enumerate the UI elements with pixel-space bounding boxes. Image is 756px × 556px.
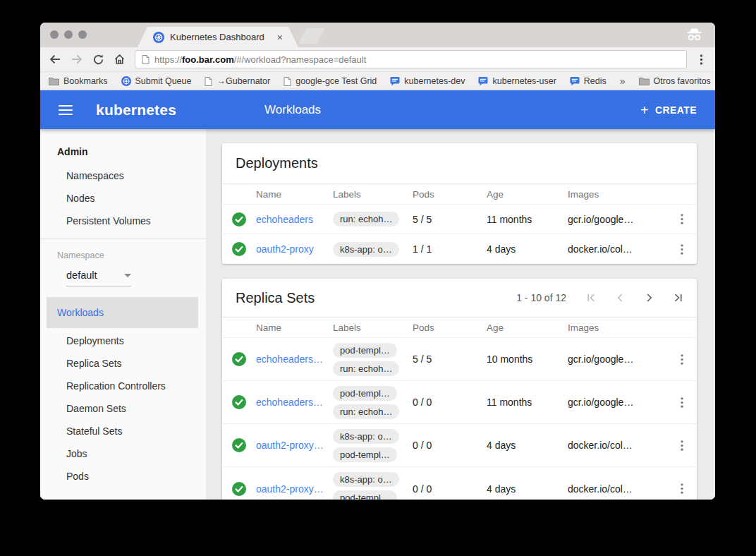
page-icon [205,77,212,86]
kebab-menu-icon [677,440,687,452]
pods-cell: 0 / 0 [413,397,487,408]
browser-toolbar: https://foo.bar.com/#/workload?namespace… [40,47,715,71]
back-button[interactable] [49,54,61,65]
label-chip: run: echoh… [333,404,399,419]
forward-button[interactable] [71,54,83,65]
pagination: 1 - 10 of 12 [516,292,683,303]
row-menu-button[interactable] [667,440,697,452]
row-menu-button[interactable] [667,397,697,409]
resource-link[interactable]: echoheaders… [256,397,333,408]
col-pods: Pods [413,189,487,200]
page-icon [142,55,150,64]
kubernetes-icon [121,76,131,86]
sidebar-item-replica-sets[interactable]: Replica Sets [40,352,206,375]
app-body: Admin Namespaces Nodes Persistent Volume… [40,129,715,500]
home-icon [114,54,126,65]
images-cell: gcr.io/google… [568,214,667,225]
label-chip: pod-templ… [333,386,397,401]
col-name: Name [256,322,333,333]
incognito-icon [685,28,704,42]
kebab-menu-icon [677,213,687,225]
resource-link[interactable]: oauth2-proxy [256,243,333,255]
images-cell: docker.io/col… [568,440,667,451]
resource-link[interactable]: oauth2-proxy… [256,483,333,495]
sidebar-item-stateful-sets[interactable]: Stateful Sets [40,420,206,442]
next-page-button[interactable] [644,293,654,303]
last-page-button[interactable] [673,293,683,303]
bookmark-submit-queue[interactable]: Submit Queue [121,76,192,86]
first-page-icon [586,293,597,303]
bookmark-label: Redis [584,76,606,86]
sidebar-item-persistent-volumes[interactable]: Persistent Volumes [40,210,206,232]
address-bar[interactable]: https://foo.bar.com/#/workload?namespace… [135,50,687,68]
sidebar-item-nodes[interactable]: Nodes [40,187,206,210]
status-ok-icon [232,438,246,452]
last-page-icon [673,293,683,303]
row-menu-button[interactable] [667,243,697,255]
col-pods: Pods [413,322,487,333]
row-menu-button[interactable] [667,213,697,225]
new-tab-button[interactable] [298,28,325,44]
home-button[interactable] [114,54,126,65]
sidebar-item-pods[interactable]: Pods [40,465,206,488]
bookmark-kubernetes-dev[interactable]: kubernetes-dev [390,76,465,86]
groups-icon [478,76,488,86]
col-images: Images [568,322,667,333]
kebab-menu-icon [677,483,687,495]
replica-sets-card: Replica Sets 1 - 10 of 12 [222,279,697,500]
first-page-button[interactable] [586,293,597,303]
deployments-card: Deployments Name Labels Pods Age Images [222,143,697,264]
table-row: oauth2-proxy… k8s-app: o… pod-templ… 0 /… [222,424,697,467]
sidebar-item-namespaces[interactable]: Namespaces [40,164,206,187]
age-cell: 11 months [487,214,568,225]
reload-button[interactable] [92,54,104,66]
row-menu-button[interactable] [667,353,697,365]
resource-link[interactable]: oauth2-proxy… [256,440,333,451]
bookmarks-bar: Bookmarks Submit Queue →Gubernator [40,71,715,90]
sidebar-item-admin[interactable]: Admin [40,143,206,160]
previous-page-button[interactable] [615,293,626,303]
images-cell: gcr.io/google… [568,397,667,408]
images-cell: docker.io/col… [568,483,667,495]
col-age: Age [487,322,568,333]
age-cell: 4 days [487,243,568,255]
replica-sets-title: Replica Sets [236,290,315,306]
bookmark-google-gce-test-grid[interactable]: google-gce Test Grid [284,76,377,86]
table-row: echoheaders run: echoh… 5 / 5 11 months … [222,205,697,234]
main-content: Deployments Name Labels Pods Age Images [206,129,715,500]
sidebar-item-daemon-sets[interactable]: Daemon Sets [40,397,206,420]
sidebar-item-deployments[interactable]: Deployments [40,330,206,352]
sidebar-item-replication-controllers[interactable]: Replication Controllers [40,375,206,397]
resource-link[interactable]: echoheaders [256,214,333,225]
hamburger-menu-icon[interactable] [59,105,73,115]
bookmark-gubernator[interactable]: →Gubernator [205,76,270,86]
bookmark-folder-otros-favoritos[interactable]: Otros favoritos [639,76,711,86]
reload-icon [92,54,104,66]
sidebar-divider [40,238,206,239]
plus-icon: + [640,103,649,117]
groups-icon [390,76,400,86]
bookmark-folder-bookmarks[interactable]: Bookmarks [49,76,108,86]
close-window-button[interactable] [50,30,59,39]
bookmark-kubernetes-user[interactable]: kubernetes-user [478,76,556,86]
status-ok-icon [232,242,246,256]
sidebar-item-jobs[interactable]: Jobs [40,442,206,465]
browser-tab[interactable]: Kubernetes Dashboard × [138,27,298,47]
pods-cell: 1 / 1 [413,243,487,255]
create-button[interactable]: + CREATE [640,103,697,117]
resource-link[interactable]: echoheaders… [256,353,333,365]
zoom-window-button[interactable] [78,30,87,39]
label-chip: run: echoh… [333,361,399,376]
row-menu-button[interactable] [667,483,697,495]
label-chip: pod-templ… [333,343,397,358]
window-controls[interactable] [50,30,87,39]
namespace-select[interactable]: default [66,270,131,286]
browser-menu-button[interactable] [696,54,707,66]
bookmark-redis[interactable]: Redis [570,76,606,86]
tab-close-icon[interactable]: × [277,32,283,42]
kebab-menu-icon [677,243,687,255]
bookmarks-overflow-chevron[interactable]: » [620,75,626,87]
sidebar-item-workloads[interactable]: Workloads [47,297,198,328]
sidebar-nav: Admin Namespaces Nodes Persistent Volume… [40,129,206,500]
minimize-window-button[interactable] [64,30,73,39]
